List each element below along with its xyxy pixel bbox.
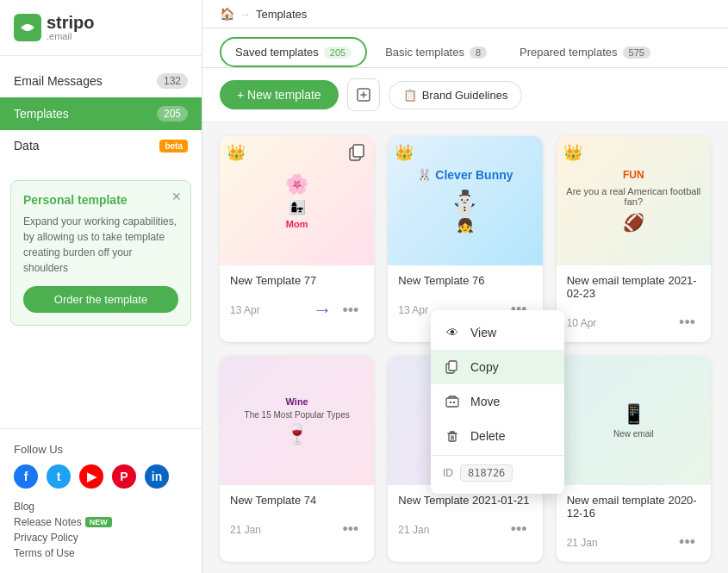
- more-button-t23[interactable]: •••: [674, 312, 700, 333]
- copy-menu-icon: [443, 358, 462, 377]
- id-label: ID: [443, 467, 453, 479]
- facebook-icon[interactable]: f: [14, 464, 38, 489]
- delete-label: Delete: [470, 429, 505, 443]
- breadcrumb-current: Templates: [256, 8, 307, 21]
- logo-brand: stripo: [47, 14, 95, 31]
- nav-items: Email Messages 132 Templates 205 Data be…: [0, 56, 202, 170]
- move-icon: [443, 392, 462, 411]
- arrow-indicator: →: [313, 299, 332, 321]
- template-card-t23: FUN Are you a real American football fan…: [557, 136, 711, 342]
- template-date-t16: 21 Jan: [567, 537, 598, 549]
- copy-icon-t77: [348, 143, 367, 165]
- crown-badge-t23: 👑: [563, 143, 582, 162]
- sidebar-item-email-messages[interactable]: Email Messages 132: [0, 65, 202, 97]
- template-info-t76: New Template 76: [388, 265, 542, 296]
- svg-rect-6: [446, 398, 458, 407]
- template-name-t21: New Template 2021-01-21: [398, 494, 529, 507]
- more-button-t77[interactable]: •••: [337, 300, 364, 321]
- svg-rect-3: [353, 145, 364, 157]
- delete-icon: [443, 427, 462, 445]
- privacy-policy-link[interactable]: Privacy Policy: [14, 532, 188, 544]
- template-date-t77: 13 Apr: [230, 304, 260, 316]
- breadcrumb-separator: →: [240, 8, 251, 21]
- breadcrumb: 🏠 → Templates: [220, 7, 307, 21]
- template-date-t21: 21 Jan: [398, 524, 429, 536]
- order-template-button[interactable]: Order the template: [23, 286, 178, 313]
- saved-templates-count: 205: [324, 47, 352, 59]
- template-thumb-t16: 📱 New email: [557, 356, 711, 485]
- template-card-t74: Wine The 15 Most Popular Types 🍷 New Tem…: [220, 356, 374, 562]
- context-menu-delete[interactable]: Delete: [431, 419, 564, 453]
- sidebar-item-data[interactable]: Data beta: [0, 130, 202, 161]
- template-date-t74: 21 Jan: [230, 524, 261, 536]
- context-menu-move[interactable]: Move: [431, 384, 564, 419]
- home-icon[interactable]: 🏠: [220, 7, 234, 21]
- copy-label: Copy: [470, 360, 499, 374]
- id-section: ID 818726: [431, 458, 564, 489]
- release-notes-link[interactable]: Release Notes NEW: [14, 516, 188, 528]
- context-menu: 👁 View Copy: [431, 310, 564, 494]
- context-menu-copy[interactable]: Copy: [431, 350, 564, 384]
- templates-label: Templates: [14, 107, 69, 121]
- toolbar: + New template 📋 Brand Guidelines: [202, 68, 728, 122]
- personal-template-title: Personal template: [23, 193, 178, 207]
- crown-badge-t77: 👑: [227, 143, 246, 162]
- main-content: 🏠 → Templates Saved templates 205 Basic …: [202, 0, 728, 573]
- youtube-icon[interactable]: ▶: [79, 464, 103, 489]
- sidebar: stripo .email Email Messages 132 Templat…: [0, 0, 202, 573]
- templates-badge: 205: [157, 106, 188, 121]
- template-name-t76: New Template 76: [398, 274, 484, 287]
- sidebar-item-templates[interactable]: Templates 205: [0, 97, 202, 130]
- context-menu-view[interactable]: 👁 View: [431, 315, 564, 350]
- brand-icon: 📋: [403, 89, 417, 102]
- menu-divider: [431, 455, 564, 456]
- move-label: Move: [470, 395, 500, 408]
- template-thumb-t76: 🐰 Clever Bunny ⛄ 👧 👑: [388, 136, 542, 265]
- logo-area: stripo .email: [0, 0, 202, 56]
- more-button-t74[interactable]: •••: [337, 519, 364, 540]
- logo-text: stripo .email: [47, 14, 95, 41]
- social-icons: f t ▶ P in: [14, 464, 188, 489]
- svg-rect-7: [449, 433, 456, 441]
- new-template-button[interactable]: + New template: [220, 80, 339, 109]
- upload-icon-button[interactable]: [347, 78, 380, 111]
- linkedin-icon[interactable]: in: [145, 464, 169, 489]
- template-thumb-t74: Wine The 15 Most Popular Types 🍷: [220, 356, 374, 485]
- tab-saved-templates[interactable]: Saved templates 205: [220, 37, 367, 67]
- tabs-bar: Saved templates 205 Basic templates 8 Pr…: [202, 28, 728, 68]
- more-button-t21[interactable]: •••: [506, 519, 532, 540]
- id-value: 818726: [460, 464, 513, 482]
- template-name-t23: New email template 2021-02-23: [567, 274, 700, 300]
- template-name-t74: New Template 74: [230, 494, 316, 507]
- template-bottom-t21: 21 Jan •••: [388, 515, 542, 549]
- template-bottom-t77: 13 Apr → •••: [220, 296, 374, 330]
- footer-links: Blog Release Notes NEW Privacy Policy Te…: [14, 501, 188, 559]
- template-bottom-t23: 10 Apr •••: [557, 308, 711, 342]
- blog-link[interactable]: Blog: [14, 501, 188, 513]
- template-date-t23: 10 Apr: [567, 317, 597, 329]
- tab-prepared-templates[interactable]: Prepared templates 575: [505, 38, 665, 66]
- pinterest-icon[interactable]: P: [112, 464, 136, 489]
- saved-templates-label: Saved templates: [235, 46, 319, 59]
- terms-of-use-link[interactable]: Terms of Use: [14, 547, 188, 559]
- personal-template-card: ✕ Personal template Expand your working …: [10, 180, 191, 326]
- prepared-templates-count: 575: [623, 47, 650, 59]
- template-name-t77: New Template 77: [230, 274, 316, 287]
- crown-badge-t76: 👑: [395, 143, 414, 162]
- more-button-t16[interactable]: •••: [674, 532, 700, 553]
- email-messages-badge: 132: [157, 73, 188, 89]
- template-thumb-t77: 🌸 👩‍👧 Mom 👑: [220, 136, 374, 265]
- template-thumb-t23: FUN Are you a real American football fan…: [557, 136, 711, 265]
- template-info-t16: New email template 2020-12-16: [557, 485, 711, 528]
- template-card-t16: 📱 New email New email template 2020-12-1…: [557, 356, 711, 562]
- prepared-templates-label: Prepared templates: [520, 46, 617, 59]
- view-label: View: [470, 326, 496, 339]
- brand-guidelines-button[interactable]: 📋 Brand Guidelines: [389, 81, 523, 109]
- svg-rect-5: [449, 361, 457, 371]
- template-date-t76: 13 Apr: [398, 304, 428, 316]
- template-bottom-t16: 21 Jan •••: [557, 528, 711, 562]
- close-icon[interactable]: ✕: [171, 190, 182, 203]
- twitter-icon[interactable]: t: [47, 464, 71, 489]
- tab-basic-templates[interactable]: Basic templates 8: [370, 38, 501, 66]
- top-bar: 🏠 → Templates: [202, 0, 728, 28]
